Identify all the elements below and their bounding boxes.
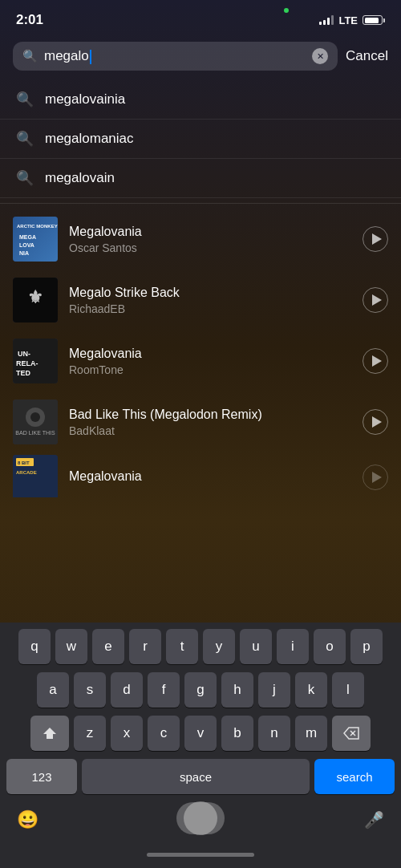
key-s[interactable]: s [74,672,106,708]
suggestion-item[interactable]: 🔍 megalovain [0,159,401,198]
key-y[interactable]: y [203,629,235,664]
key-w[interactable]: w [55,629,87,664]
key-o[interactable]: o [314,629,346,664]
delete-icon [342,727,360,740]
album-art: UN- RELA- TED [13,339,58,383]
svg-text:BAD LIKE THIS: BAD LIKE THIS [15,430,55,436]
key-f[interactable]: f [148,672,180,708]
play-button[interactable] [363,348,388,374]
status-time: 2:01 [16,12,43,28]
shift-key[interactable] [30,716,69,751]
song-title: Megalovania [69,225,351,239]
play-button[interactable] [363,226,388,252]
song-title: Megalovania [69,469,351,484]
key-v[interactable]: v [184,716,217,751]
key-g[interactable]: g [184,672,217,708]
key-u[interactable]: u [240,629,272,664]
song-result-item[interactable]: ARCTIC MONKEYS MEGA LOVA NIA Megalovania… [0,209,401,270]
search-key[interactable]: search [314,759,395,794]
song-info: Megalo Strike Back RichaadEB [69,286,351,315]
svg-text:MEGA: MEGA [19,234,36,240]
play-icon [372,472,382,483]
home-indicator [0,841,401,868]
keyboard-row-2: a s d f g h j k l [3,672,398,708]
svg-point-14 [30,412,40,422]
delete-key[interactable] [332,716,371,751]
album-art: ⚜ [13,278,58,322]
key-p[interactable]: p [350,629,383,664]
song-title: Megalovania [69,347,351,361]
suggestion-text: megalomaniac [45,131,134,147]
key-j[interactable]: j [258,672,290,708]
key-d[interactable]: d [111,672,143,708]
svg-text:TED: TED [16,369,31,377]
key-b[interactable]: b [221,716,253,751]
key-k[interactable]: k [295,672,327,708]
play-button[interactable] [363,464,388,490]
song-artist: RichaadEB [69,302,351,315]
lte-label: LTE [338,14,358,26]
key-h[interactable]: h [221,672,253,708]
song-artist: Oscar Santos [69,241,351,254]
suggestion-item[interactable]: 🔍 megalovainia [0,80,401,120]
song-info: Megalovania RoomTone [69,347,351,376]
key-i[interactable]: i [277,629,309,664]
svg-text:ARCTIC MONKEYS: ARCTIC MONKEYS [17,224,58,229]
key-c[interactable]: c [148,716,180,751]
suggestion-text: megalovain [45,170,115,186]
home-button[interactable] [176,802,225,834]
wifi-dot [284,8,289,13]
key-q[interactable]: q [18,629,51,664]
svg-text:ARCADE: ARCADE [16,470,37,475]
cancel-button[interactable]: Cancel [346,48,388,64]
key-r[interactable]: r [129,629,161,664]
album-art-image: BAD LIKE THIS [13,400,58,444]
album-art: 8 BIT ARCADE [13,455,58,497]
key-l[interactable]: l [332,672,364,708]
search-input-wrapper[interactable]: 🔍 megalo ✕ [13,42,338,71]
play-button[interactable] [363,287,388,313]
key-a[interactable]: a [37,672,69,708]
search-icon: 🔍 [22,49,38,63]
signal-bars-icon [319,15,334,25]
song-result-item[interactable]: BAD LIKE THIS Bad Like This (Megalodon R… [0,391,401,452]
search-query-text: megalo [44,48,89,63]
emoji-row: 😀 🎤 [3,801,398,841]
cursor [90,50,91,64]
suggestions-list: 🔍 megalovainia 🔍 megalomaniac 🔍 megalova… [0,80,401,198]
suggestion-item[interactable]: 🔍 megalomaniac [0,120,401,159]
key-x[interactable]: x [111,716,143,751]
dictation-key[interactable]: 🎤 [356,802,391,838]
key-z[interactable]: z [74,716,106,751]
search-icon: 🔍 [16,91,34,108]
status-icons: LTE [319,14,385,26]
keyboard-row-3: z x c v b n m [3,716,398,751]
song-result-item[interactable]: UN- RELA- TED Megalovania RoomTone [0,331,401,391]
key-123[interactable]: 123 [6,759,77,794]
play-button[interactable] [363,409,388,435]
song-result-item[interactable]: 8 BIT ARCADE Megalovania [0,452,401,497]
keyboard-bottom-row: 123 space search [3,759,398,801]
key-e[interactable]: e [92,629,124,664]
song-info: Bad Like This (Megalodon Remix) BadKlaat [69,408,351,437]
key-m[interactable]: m [295,716,327,751]
album-art: ARCTIC MONKEYS MEGA LOVA NIA [13,217,58,262]
album-art: BAD LIKE THIS [13,400,58,444]
search-input[interactable]: megalo [44,48,306,64]
play-icon [372,416,382,428]
key-n[interactable]: n [258,716,290,751]
svg-text:8 BIT: 8 BIT [18,460,30,465]
key-t[interactable]: t [166,629,198,664]
emoji-key[interactable]: 😀 [10,802,45,838]
album-art-image: ARCTIC MONKEYS MEGA LOVA NIA [13,217,58,262]
space-key[interactable]: space [82,759,310,794]
keyboard-row-1: q w e r t y u i o p [3,629,398,664]
song-info: Megalovania Oscar Santos [69,225,351,254]
album-art-image: ⚜ [13,278,58,322]
keyboard: q w e r t y u i o p a s d f g h j k l [0,623,401,841]
song-result-item[interactable]: ⚜ Megalo Strike Back RichaadEB [0,270,401,331]
play-icon [372,355,382,367]
song-artist: BadKlaat [69,424,351,437]
section-divider [0,203,401,204]
clear-button[interactable]: ✕ [312,48,328,64]
